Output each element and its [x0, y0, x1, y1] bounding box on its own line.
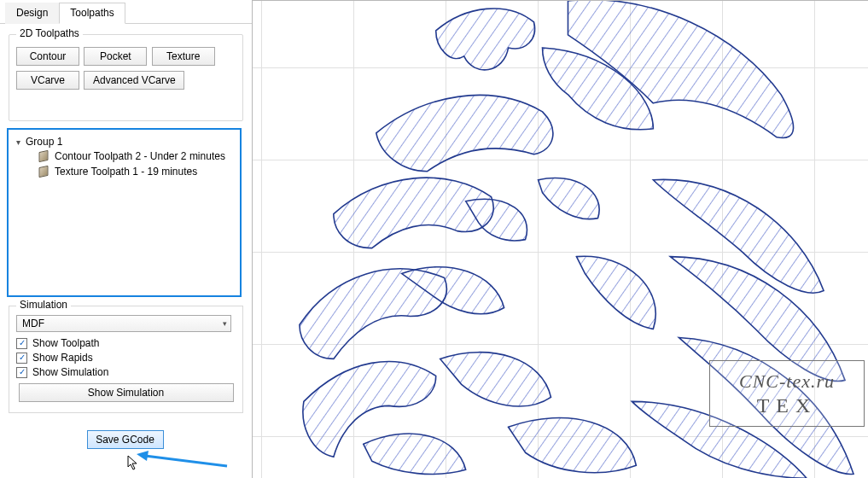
show-toolpath-checkbox[interactable]: ✓ Show Toolpath — [16, 337, 236, 349]
checkbox-icon: ✓ — [16, 367, 27, 378]
cursor-icon — [127, 455, 139, 472]
tab-toolpaths[interactable]: Toolpaths — [59, 3, 125, 24]
save-gcode-button[interactable]: Save GCode — [87, 430, 164, 449]
tree-group[interactable]: ▾ Group 1 — [12, 135, 236, 149]
show-simulation-button[interactable]: Show Simulation — [19, 383, 234, 402]
watermark: CNC-tex.ru TEX — [709, 360, 865, 427]
group-simulation: Simulation MDF ▾ ✓ Show Toolpath ✓ Show … — [9, 306, 243, 413]
watermark-line2: TEX — [710, 394, 864, 417]
chevron-down-icon: ▾ — [223, 319, 227, 328]
toolpath-icon — [38, 166, 50, 178]
watermark-line1: CNC-tex.ru — [710, 370, 864, 393]
show-simulation-checkbox[interactable]: ✓ Show Simulation — [16, 366, 236, 378]
tree-item[interactable]: Contour Toolpath 2 - Under 2 minutes — [12, 149, 236, 164]
chevron-down-icon[interactable]: ▾ — [14, 137, 22, 147]
pocket-button[interactable]: Pocket — [84, 47, 147, 66]
texture-button[interactable]: Texture — [152, 47, 215, 66]
toolpath-tree[interactable]: ▾ Group 1 Contour Toolpath 2 - Under 2 m… — [7, 128, 242, 297]
checkbox-label: Show Toolpath — [32, 337, 100, 349]
material-select[interactable]: MDF ▾ — [16, 315, 231, 332]
material-value: MDF — [22, 318, 44, 329]
svg-line-0 — [145, 456, 227, 466]
checkbox-label: Show Simulation — [32, 366, 108, 378]
show-rapids-checkbox[interactable]: ✓ Show Rapids — [16, 352, 236, 364]
checkbox-label: Show Rapids — [32, 352, 93, 364]
left-panel: Design Toolpaths 2D Toolpaths Contour Po… — [0, 0, 252, 478]
tree-group-label: Group 1 — [26, 136, 62, 148]
checkbox-icon: ✓ — [16, 353, 27, 364]
tree-item-label: Contour Toolpath 2 - Under 2 minutes — [55, 150, 225, 162]
group-2d-toolpaths: 2D Toolpaths Contour Pocket Texture VCar… — [9, 34, 243, 121]
panel-tabs: Design Toolpaths — [0, 2, 252, 24]
design-canvas[interactable]: CNC-tex.ru TEX — [252, 0, 868, 478]
annotation-arrow — [135, 451, 229, 471]
tree-item[interactable]: Texture Toolpath 1 - 19 minutes — [12, 164, 236, 179]
vcarve-button[interactable]: VCarve — [16, 71, 79, 90]
toolpath-icon — [38, 150, 50, 162]
group-title: Simulation — [16, 299, 71, 311]
group-title: 2D Toolpaths — [16, 27, 83, 39]
checkbox-icon: ✓ — [16, 338, 27, 349]
tab-design[interactable]: Design — [5, 3, 59, 24]
tree-item-label: Texture Toolpath 1 - 19 minutes — [55, 166, 197, 178]
advanced-vcarve-button[interactable]: Advanced VCarve — [84, 71, 184, 90]
contour-button[interactable]: Contour — [16, 47, 79, 66]
